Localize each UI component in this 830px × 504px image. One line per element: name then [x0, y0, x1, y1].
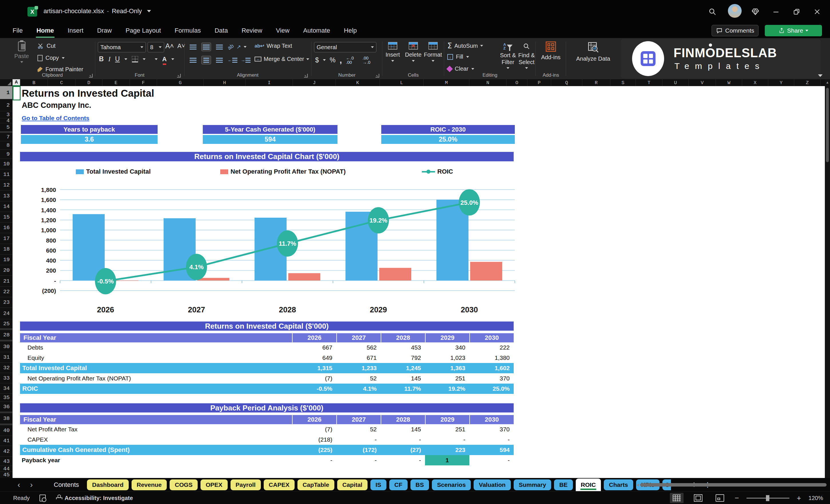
cell-value[interactable]: - — [292, 455, 337, 465]
row-header-22[interactable]: 22 — [0, 287, 12, 297]
align-middle-button[interactable] — [201, 43, 211, 51]
row-header-42[interactable]: 42 — [0, 446, 12, 457]
align-right-button[interactable] — [215, 56, 224, 64]
cell-value[interactable]: 1,602 — [469, 363, 514, 373]
horizontal-scrollbar-thumb[interactable] — [640, 483, 827, 486]
sheet-tab-revenue[interactable]: Revenue — [132, 479, 167, 490]
row-header-24[interactable]: 24 — [0, 308, 12, 319]
row-header-45[interactable]: 45 — [0, 472, 12, 478]
clear-button[interactable]: Clear — [447, 65, 474, 72]
menu-tab-data[interactable]: Data — [214, 26, 228, 35]
autosum-button[interactable]: Σ AutoSum — [447, 41, 483, 50]
wrap-text-button[interactable]: ab↩ Wrap Text — [255, 43, 292, 49]
cell-value[interactable]: (7) — [292, 373, 337, 384]
clipboard-dialog-launcher[interactable] — [89, 74, 93, 77]
cell-value[interactable]: - — [381, 435, 425, 445]
align-left-button[interactable] — [188, 56, 198, 64]
column-header-Z[interactable]: Z — [794, 79, 821, 86]
sheet-tab-capital[interactable]: Capital — [337, 479, 368, 490]
row-header-2[interactable]: 2 — [0, 99, 12, 111]
alignment-dialog-launcher[interactable] — [304, 74, 308, 77]
cell-value[interactable]: 1,023 — [425, 353, 469, 363]
row-header-25[interactable]: 25 — [0, 319, 12, 329]
cell-value[interactable]: 19.2% — [425, 384, 469, 394]
row-header-15[interactable]: 15 — [0, 212, 12, 223]
cell-value[interactable]: 145 — [381, 424, 425, 435]
row-header-35[interactable]: 35 — [0, 393, 12, 402]
copy-button[interactable]: Copy — [37, 55, 65, 61]
cell-value[interactable]: 4.1% — [337, 384, 381, 394]
zoom-out-button[interactable]: − — [734, 494, 739, 503]
sheet-tab-be[interactable]: BE — [554, 479, 573, 490]
row-header-17[interactable]: 17 — [0, 233, 12, 244]
row-header-11[interactable]: 11 — [0, 169, 12, 180]
cell-value[interactable]: 370 — [469, 373, 514, 384]
row-header-10[interactable]: 10 — [0, 159, 12, 169]
excel-app-icon[interactable]: X — [28, 7, 37, 17]
row-header-38[interactable]: 38 — [0, 413, 12, 424]
menu-tab-review[interactable]: Review — [241, 26, 263, 35]
comments-button[interactable]: Comments — [711, 25, 759, 36]
menu-tab-insert[interactable]: Insert — [67, 26, 84, 35]
cell-value[interactable]: - — [337, 435, 381, 445]
fill-button[interactable]: ↓ Fill — [447, 54, 469, 60]
cell-value[interactable]: 52 — [337, 424, 381, 435]
close-button[interactable] — [810, 5, 824, 18]
fill-color-chevron-down-icon[interactable] — [155, 58, 158, 60]
cell-value[interactable]: 453 — [381, 342, 425, 353]
cell-value[interactable]: 251 — [425, 424, 469, 435]
decrease-decimal-button[interactable]: .00 →.0 — [363, 56, 375, 64]
sheet-tab-valuation[interactable]: Valuation — [474, 479, 511, 490]
search-icon[interactable] — [706, 5, 719, 18]
column-header-D[interactable]: D — [75, 79, 102, 86]
cell-value[interactable]: 340 — [425, 342, 469, 353]
row-header-44[interactable]: 44 — [0, 466, 12, 472]
orientation-button[interactable]: ab ↗ — [228, 44, 247, 50]
sheet-tab-scenarios[interactable]: Scenarios — [432, 479, 471, 490]
sheet-tab-dashboard[interactable]: Dashboard — [87, 479, 129, 490]
font-name-combo[interactable]: Tahoma — [98, 42, 146, 52]
sheet-tab-capex[interactable]: CAPEX — [264, 479, 295, 490]
cell-value[interactable]: (218) — [292, 435, 337, 445]
minimize-button[interactable] — [769, 5, 783, 18]
cell-value[interactable]: 1,363 — [425, 363, 469, 373]
cell-value[interactable]: 222 — [469, 342, 514, 353]
row-header-21[interactable]: 21 — [0, 276, 12, 287]
document-title[interactable]: artisan-chocolate.xlsx - Read-Only — [43, 7, 151, 15]
underline-chevron-down-icon[interactable] — [124, 58, 127, 60]
align-center-button[interactable] — [201, 56, 211, 64]
currency-format-button[interactable]: $ — [315, 56, 319, 64]
column-header-Y[interactable]: Y — [768, 79, 794, 86]
column-header-A[interactable]: A — [12, 79, 20, 86]
row-header-28[interactable]: 28 — [0, 330, 12, 340]
italic-button[interactable]: I — [108, 56, 111, 63]
menu-tab-home[interactable]: Home — [36, 26, 54, 35]
column-header-U[interactable]: U — [662, 79, 689, 86]
cell-value[interactable]: - — [469, 435, 514, 445]
cell-value[interactable]: 1,315 — [292, 363, 337, 373]
column-header-E[interactable]: E — [102, 79, 130, 86]
sheet-tab-charts[interactable]: Charts — [604, 479, 633, 490]
increase-decimal-button[interactable]: ←.0 .00 — [346, 56, 359, 64]
zoom-slider-thumb[interactable] — [766, 495, 769, 501]
delete-cells-button[interactable]: ✕ Delete — [405, 42, 422, 62]
sheet-tab-roic[interactable]: ROIC — [576, 478, 601, 491]
cell-value[interactable]: (172) — [337, 445, 381, 455]
menu-tab-page-layout[interactable]: Page Layout — [125, 26, 162, 35]
horizontal-scrollbar[interactable]: ◀ — [636, 482, 827, 487]
accessibility-status[interactable]: Accessibility: Investigate — [56, 495, 133, 501]
currency-chevron-down-icon[interactable] — [323, 59, 326, 61]
row-header-13[interactable]: 13 — [0, 190, 12, 201]
cell-value[interactable]: 370 — [469, 424, 514, 435]
row-header-19[interactable]: 19 — [0, 255, 12, 265]
sort-filter-button[interactable]: AZ Sort & Filter — [499, 43, 516, 69]
row-header-14[interactable]: 14 — [0, 201, 12, 212]
column-header-V[interactable]: V — [689, 79, 716, 86]
menu-tab-view[interactable]: View — [276, 26, 290, 35]
cell-value[interactable]: 649 — [292, 353, 337, 363]
cell-value[interactable]: 1,233 — [337, 363, 381, 373]
user-avatar[interactable] — [728, 4, 742, 18]
cell-value[interactable]: 671 — [337, 353, 381, 363]
premium-diamond-icon[interactable] — [749, 5, 762, 18]
addins-button[interactable]: Add-ins — [541, 41, 561, 61]
